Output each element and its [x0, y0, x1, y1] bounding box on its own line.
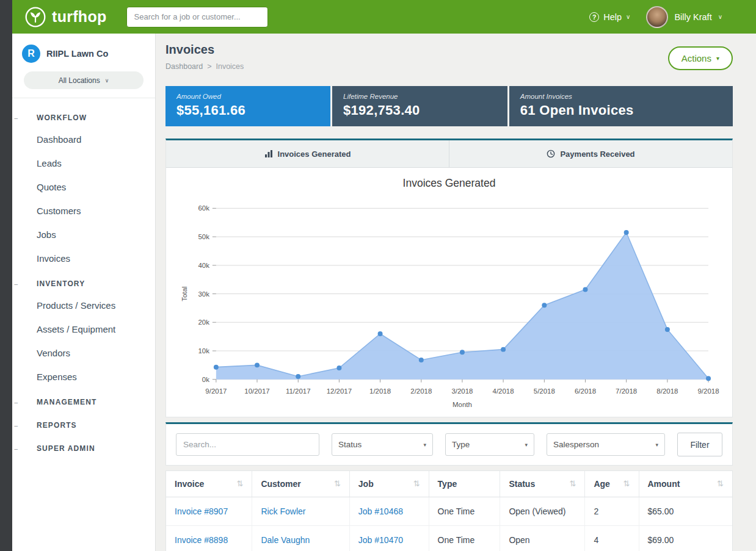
job-link[interactable]: Job #10470: [358, 535, 403, 545]
sidebar: R RIIPL Lawn Co All Locations ∨ --WORKFL…: [12, 34, 156, 551]
table-row: Invoice #8898Dale VaughnJob #10470One Ti…: [166, 526, 732, 551]
svg-text:Month: Month: [453, 401, 472, 408]
main-content: Invoices Dashboard > Invoices Actions ▾: [156, 34, 756, 551]
column-header-age[interactable]: Age⇅: [585, 471, 639, 497]
sidebar-item-quotes[interactable]: Quotes: [12, 175, 155, 199]
column-header-customer[interactable]: Customer⇅: [252, 471, 349, 497]
sidebar-item-invoices[interactable]: Invoices: [12, 247, 155, 270]
chevron-down-icon: ∨: [718, 13, 722, 20]
page-title: Invoices: [165, 43, 244, 57]
sidebar-nav: --WORKFLOWDashboardLeadsQuotesCustomersJ…: [12, 98, 155, 458]
cell-customer: Dale Vaughn: [252, 526, 349, 551]
avatar: [646, 6, 668, 28]
type-select[interactable]: Type ▾: [445, 433, 534, 456]
cell-amount: $69.00: [639, 526, 732, 551]
breadcrumb-separator-icon: >: [207, 62, 211, 71]
help-icon: ?: [589, 12, 599, 22]
sort-icon: ⇅: [236, 479, 243, 488]
table-search-input[interactable]: [176, 433, 319, 456]
sidebar-item-assets-equipment[interactable]: Assets / Equipment: [12, 317, 155, 341]
help-menu[interactable]: ? Help ∨: [589, 12, 630, 22]
sidebar-item-leads[interactable]: Leads: [12, 151, 155, 175]
svg-text:11/2017: 11/2017: [286, 387, 311, 395]
cell-invoice: Invoice #8907: [166, 497, 252, 526]
svg-text:6/2018: 6/2018: [575, 387, 596, 395]
global-search-input[interactable]: [126, 7, 268, 27]
invoices-chart: 0k10k20k30k40k50k60k9/201710/201711/2017…: [178, 191, 720, 414]
breadcrumb: Dashboard > Invoices: [165, 62, 244, 71]
location-label: All Locations: [59, 76, 100, 85]
sidebar-item-jobs[interactable]: Jobs: [12, 223, 155, 247]
customer-link[interactable]: Dale Vaughn: [261, 535, 310, 545]
sort-icon: ⇅: [623, 479, 630, 488]
svg-text:2/2018: 2/2018: [410, 387, 432, 395]
org-block: R RIIPL Lawn Co All Locations ∨: [12, 34, 155, 98]
cell-status: Open (Viewed): [500, 497, 585, 526]
tree-dash-icon: --: [12, 398, 37, 406]
sort-icon: ⇅: [334, 479, 341, 488]
help-label: Help: [603, 12, 622, 22]
svg-text:12/2017: 12/2017: [327, 387, 352, 395]
user-menu[interactable]: Billy Kraft ∨: [646, 6, 722, 28]
invoices-table: Invoice⇅Customer⇅Job⇅TypeStatus⇅Age⇅Amou…: [166, 471, 732, 551]
svg-text:8/2018: 8/2018: [656, 387, 678, 395]
caret-down-icon: ▾: [423, 442, 426, 448]
customer-link[interactable]: Rick Fowler: [261, 506, 305, 516]
svg-text:4/2018: 4/2018: [493, 387, 514, 395]
sidebar-item-expenses[interactable]: Expenses: [12, 365, 155, 389]
sidebar-item-vendors[interactable]: Vendors: [12, 341, 155, 365]
column-header-status[interactable]: Status⇅: [500, 471, 585, 497]
salesperson-select[interactable]: Salesperson ▾: [547, 433, 665, 456]
svg-text:10k: 10k: [198, 347, 209, 355]
status-select[interactable]: Status ▾: [332, 433, 433, 456]
svg-text:40k: 40k: [198, 262, 209, 269]
column-header-type[interactable]: Type: [429, 471, 500, 497]
cell-amount: $65.00: [639, 497, 732, 526]
svg-text:9/2017: 9/2017: [205, 387, 227, 395]
invoice-link[interactable]: Invoice #8907: [175, 506, 228, 516]
svg-text:60k: 60k: [198, 204, 209, 212]
svg-text:1/2018: 1/2018: [369, 387, 391, 395]
brand-name: turfhop: [52, 8, 107, 26]
turfhop-logo[interactable]: turfhop: [24, 6, 107, 28]
svg-text:0k: 0k: [202, 376, 209, 383]
nav-section-reports[interactable]: --REPORTS: [12, 412, 155, 435]
cell-status: Open: [500, 526, 585, 551]
breadcrumb-dashboard[interactable]: Dashboard: [165, 62, 203, 71]
caret-down-icon: ▾: [716, 55, 719, 62]
table-body: Invoice #8907Rick FowlerJob #10468One Ti…: [166, 497, 732, 551]
cell-invoice: Invoice #8898: [166, 526, 252, 551]
table-row: Invoice #8907Rick FowlerJob #10468One Ti…: [166, 497, 732, 526]
svg-text:10/2017: 10/2017: [244, 387, 269, 395]
filter-button[interactable]: Filter: [677, 433, 722, 456]
tree-dash-icon: --: [12, 114, 37, 121]
page-header: Invoices Dashboard > Invoices Actions ▾: [165, 43, 733, 71]
tree-dash-icon: --: [12, 422, 37, 429]
tree-dash-icon: --: [12, 445, 37, 452]
actions-button[interactable]: Actions ▾: [668, 46, 733, 70]
column-header-amount[interactable]: Amount⇅: [639, 471, 732, 497]
nav-section-super-admin[interactable]: --SUPER ADMIN: [12, 435, 155, 458]
sidebar-item-customers[interactable]: Customers: [12, 199, 155, 223]
svg-text:5/2018: 5/2018: [534, 387, 555, 395]
sidebar-item-dashboard[interactable]: Dashboard: [12, 128, 155, 151]
tab-invoices-generated[interactable]: Invoices Generated: [166, 140, 449, 167]
topbar: turfhop ? Help ∨ Billy Kraft ∨: [12, 0, 756, 34]
job-link[interactable]: Job #10468: [358, 506, 403, 516]
column-header-invoice[interactable]: Invoice⇅: [166, 471, 252, 497]
location-selector[interactable]: All Locations ∨: [24, 71, 144, 89]
breadcrumb-current: Invoices: [216, 62, 244, 71]
cell-type: One Time: [429, 497, 500, 526]
column-header-job[interactable]: Job⇅: [349, 471, 429, 497]
sidebar-item-products-services[interactable]: Products / Services: [12, 294, 155, 317]
org-selector[interactable]: R RIIPL Lawn Co: [22, 45, 145, 63]
tab-payments-received[interactable]: Payments Received: [449, 140, 732, 167]
invoice-link[interactable]: Invoice #8898: [175, 535, 228, 545]
nav-section-management[interactable]: --MANAGEMENT: [12, 389, 155, 412]
stat-open-invoices: Amount Invoices 61 Open Invoices: [509, 86, 733, 126]
svg-text:7/2018: 7/2018: [616, 387, 637, 395]
turfhop-sprout-icon: [24, 6, 46, 28]
nav-section-workflow[interactable]: --WORKFLOW: [12, 104, 155, 128]
nav-section-inventory[interactable]: --INVENTORY: [12, 270, 155, 294]
chevron-down-icon: ∨: [626, 13, 630, 20]
